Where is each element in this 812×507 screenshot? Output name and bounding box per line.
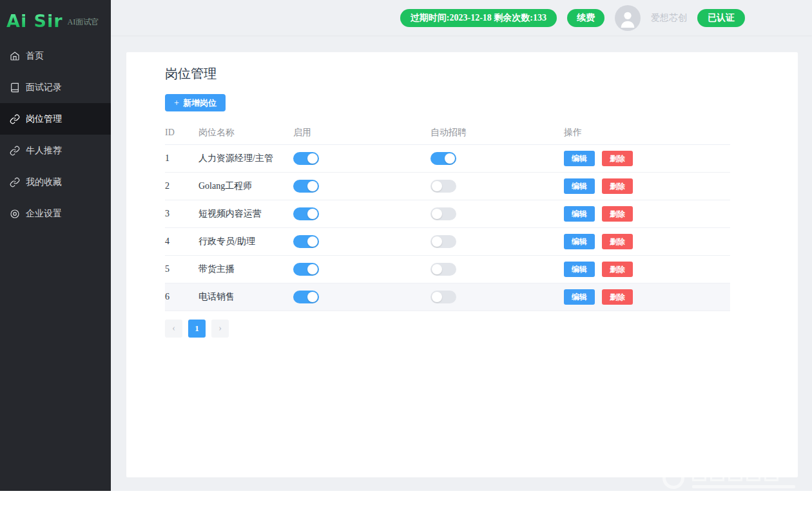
column-header-actions: 操作 [564,127,730,139]
table-row: 3 短视频内容运营 编辑 删除 [165,200,730,228]
table-row: 1 人力资源经理/主管 编辑 删除 [165,145,730,173]
delete-button[interactable]: 删除 [602,178,633,194]
delete-button[interactable]: 删除 [602,262,633,277]
row-id: 1 [165,153,198,164]
sidebar-nav: 首页 面试记录 岗位管理 牛人推荐 我的收藏 企业设置 [0,40,111,229]
edit-button[interactable]: 编辑 [564,262,595,277]
sidebar-item-talent-recommend[interactable]: 牛人推荐 [0,135,111,166]
logo-subtitle: AI面试官 [68,17,99,30]
link-icon [10,114,20,124]
auto-recruit-toggle[interactable] [430,152,456,165]
renew-button[interactable]: 续费 [567,9,604,27]
expiry-badge: 过期时间:2023-12-18 剩余次数:133 [400,9,557,27]
toggle-knob [432,292,442,302]
enabled-toggle[interactable] [293,207,319,220]
delete-button[interactable]: 删除 [602,151,633,166]
edit-button[interactable]: 编辑 [564,151,595,166]
position-name: 电话销售 [198,291,293,303]
toggle-knob [445,153,455,164]
sidebar-item-home[interactable]: 首页 [0,40,111,72]
sidebar-item-company-settings[interactable]: 企业设置 [0,198,111,229]
toggle-knob [307,209,318,219]
sidebar-item-position-management[interactable]: 岗位管理 [0,103,111,135]
column-header-auto-recruit: 自动招聘 [430,127,564,139]
add-position-button[interactable]: + 新增岗位 [165,94,226,111]
settings-icon [10,209,20,219]
row-id: 3 [165,209,198,219]
sidebar: Ai Sir AI面试官 首页 面试记录 岗位管理 牛人推荐 我的收藏 企业设置 [0,0,111,491]
sidebar-item-interview-records[interactable]: 面试记录 [0,72,111,103]
records-icon [10,82,20,93]
add-position-label: 新增岗位 [183,97,217,109]
table-row: 5 带货主播 编辑 删除 [165,256,730,283]
enabled-toggle[interactable] [293,263,319,276]
delete-button[interactable]: 删除 [602,234,633,249]
user-icon [618,8,637,28]
content-area: 岗位管理 + 新增岗位 ID 岗位名称 启用 自动招聘 操作 1 人力资源经理/… [111,35,812,491]
toggle-knob [307,292,318,302]
position-name: Golang工程师 [198,180,293,192]
enabled-toggle[interactable] [293,291,319,303]
sidebar-item-label: 企业设置 [26,208,62,220]
next-page-button[interactable]: › [211,320,229,338]
page-title: 岗位管理 [165,65,798,82]
toggle-knob [307,264,318,274]
footer-strip [0,491,812,507]
table-body: 1 人力资源经理/主管 编辑 删除 2 Golang工程师 编辑 删除 3 短视… [165,145,730,311]
enabled-toggle[interactable] [293,235,319,248]
position-management-card: 岗位管理 + 新增岗位 ID 岗位名称 启用 自动招聘 操作 1 人力资源经理/… [126,52,798,477]
edit-button[interactable]: 编辑 [564,289,595,305]
prev-page-button[interactable]: ‹ [165,320,182,338]
toggle-knob [432,181,442,191]
table-row: 6 电话销售 编辑 删除 [165,283,730,311]
enabled-toggle[interactable] [293,152,319,165]
table-header-row: ID 岗位名称 启用 自动招聘 操作 [165,120,730,145]
link-icon [10,146,20,156]
sidebar-item-label: 我的收藏 [26,177,62,188]
verified-badge: 已认证 [697,9,745,27]
auto-recruit-toggle[interactable] [430,180,456,193]
auto-recruit-toggle[interactable] [430,235,456,248]
company-name: 爱想芯创 [651,12,687,24]
logo-text: Ai Sir [6,12,63,30]
position-name: 行政专员/助理 [198,236,293,247]
positions-table: ID 岗位名称 启用 自动招聘 操作 1 人力资源经理/主管 编辑 删除 2 G… [165,120,730,311]
top-header: 过期时间:2023-12-18 剩余次数:133 续费 爱想芯创 已认证 [111,0,812,35]
position-name: 人力资源经理/主管 [198,153,293,164]
row-id: 2 [165,181,198,191]
pagination: ‹ 1 › [165,320,798,338]
logo: Ai Sir AI面试官 [0,0,111,35]
home-icon [10,51,20,61]
sidebar-item-label: 首页 [26,50,44,62]
sidebar-item-my-favorites[interactable]: 我的收藏 [0,166,111,198]
delete-button[interactable]: 删除 [602,206,633,222]
enabled-toggle[interactable] [293,180,319,193]
toggle-knob [432,264,442,274]
toggle-knob [307,153,318,164]
sidebar-item-label: 牛人推荐 [26,145,62,157]
link-icon [10,177,20,187]
delete-button[interactable]: 删除 [602,289,633,305]
edit-button[interactable]: 编辑 [564,206,595,222]
page-1-button[interactable]: 1 [188,320,206,338]
column-header-name: 岗位名称 [198,127,293,139]
row-id: 5 [165,264,198,274]
edit-button[interactable]: 编辑 [564,178,595,194]
auto-recruit-toggle[interactable] [430,263,456,276]
sidebar-item-label: 面试记录 [26,82,62,93]
edit-button[interactable]: 编辑 [564,234,595,249]
toggle-knob [432,209,442,219]
column-header-enabled: 启用 [293,127,430,139]
table-row: 4 行政专员/助理 编辑 删除 [165,228,730,256]
position-name: 短视频内容运营 [198,208,293,220]
auto-recruit-toggle[interactable] [430,291,456,303]
toggle-knob [432,236,442,247]
column-header-id: ID [165,128,198,138]
position-name: 带货主播 [198,263,293,275]
table-row: 2 Golang工程师 编辑 删除 [165,173,730,200]
row-id: 6 [165,292,198,302]
row-id: 4 [165,236,198,247]
auto-recruit-toggle[interactable] [430,207,456,220]
avatar[interactable] [615,5,641,31]
toggle-knob [307,181,318,191]
